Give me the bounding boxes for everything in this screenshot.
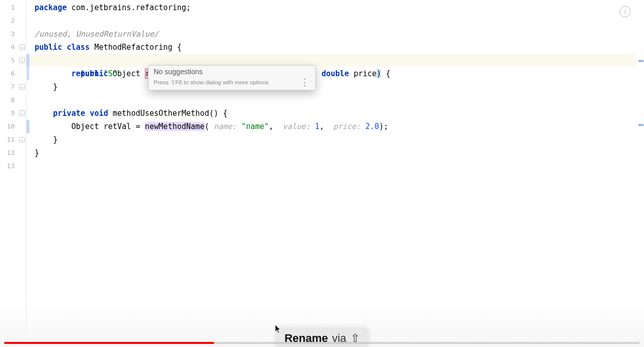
line-number: 3 — [0, 27, 26, 41]
string-literal: "So — [103, 69, 117, 78]
usage-marker[interactable] — [638, 60, 643, 62]
shortcut-caption: Rename via ⇧ — [276, 329, 368, 347]
method-name: methodUsesOtherMethod — [113, 109, 210, 118]
code-line[interactable] — [26, 160, 644, 173]
code-line[interactable] — [26, 93, 644, 107]
info-icon[interactable]: i — [620, 6, 631, 17]
code-line[interactable]: } — [26, 133, 644, 146]
method-usage-highlight: newMethodName — [145, 122, 204, 131]
line-number: 10 — [0, 120, 26, 133]
change-marker — [26, 54, 30, 67]
line-number: 9− — [0, 107, 26, 120]
more-options-icon[interactable]: ⋮ — [298, 78, 311, 87]
usage-marker[interactable] — [638, 124, 643, 126]
code-line[interactable]: public class MethodRefactoring { — [26, 41, 644, 54]
rename-suggestions-popup[interactable]: No suggestions Press ⇧F6 to show dialog … — [148, 65, 316, 90]
fold-toggle-icon[interactable]: − — [19, 137, 25, 143]
code-line[interactable]: return "So — [26, 67, 644, 80]
comment: /unused, UnusedReturnValue/ — [35, 29, 159, 39]
fold-toggle-icon[interactable]: − — [19, 58, 25, 64]
video-progress-track[interactable] — [4, 342, 640, 344]
line-number: 1 — [0, 1, 26, 14]
line-number: 13 — [0, 160, 26, 173]
change-marker — [27, 67, 29, 80]
code-line[interactable]: /unused, UnusedReturnValue/ — [26, 27, 644, 41]
line-number: 7− — [0, 80, 26, 93]
code-line[interactable]: Object retVal = newMethodName( name: "na… — [26, 120, 644, 133]
line-number: 8 — [0, 93, 26, 107]
code-editor[interactable]: 1 2 3 4− 5− 6 7− 8 9− 10 11− 12 13 packa… — [0, 0, 644, 347]
fold-toggle-icon[interactable]: − — [19, 45, 25, 50]
line-number: 5− — [0, 54, 26, 67]
line-number: 4− — [0, 41, 26, 54]
fold-toggle-icon[interactable]: − — [19, 84, 25, 90]
keyword: package — [35, 3, 67, 12]
editor-marker-strip[interactable] — [637, 0, 644, 347]
inlay-hint: name: — [214, 122, 237, 131]
package-name: com.jetbrains.refactoring — [71, 3, 186, 12]
line-number-gutter: 1 2 3 4− 5− 6 7− 8 9− 10 11− 12 13 — [0, 0, 26, 347]
code-line[interactable]: } — [26, 80, 644, 93]
popup-message: No suggestions — [149, 66, 315, 77]
line-number: 2 — [0, 14, 26, 27]
change-marker — [26, 120, 30, 133]
line-number: 6 — [0, 67, 26, 80]
inlay-hint: value: — [283, 122, 310, 131]
inlay-hint: price: — [333, 122, 361, 131]
editor-content[interactable]: package com.jetbrains.refactoring; /unus… — [26, 0, 644, 347]
code-line[interactable]: package com.jetbrains.refactoring; — [26, 1, 644, 14]
code-line-current[interactable]: public Object newMethodName(String name,… — [26, 54, 644, 67]
code-line[interactable]: private void methodUsesOtherMethod() { — [26, 107, 644, 120]
code-line[interactable] — [26, 14, 644, 27]
fold-toggle-icon[interactable]: − — [19, 111, 25, 116]
popup-hint-text: Press ⇧F6 to show dialog with more optio… — [154, 79, 269, 86]
line-number: 12 — [0, 146, 26, 160]
code-line[interactable]: } — [26, 146, 644, 160]
line-number: 11− — [0, 133, 26, 146]
class-name: MethodRefactoring — [94, 43, 172, 52]
video-progress-fill — [4, 342, 214, 344]
